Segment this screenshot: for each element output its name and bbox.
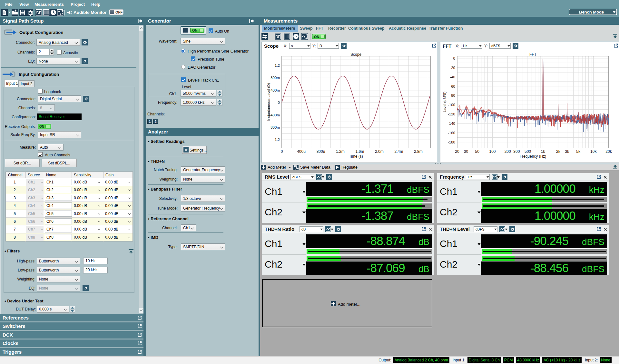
svg-text:Instantaneous Level (D): Instantaneous Level (D) xyxy=(267,83,270,121)
svg-text:200: 200 xyxy=(505,149,511,154)
svg-text:-140: -140 xyxy=(448,122,455,125)
svg-text:300: 300 xyxy=(513,149,520,154)
svg-text:Time (s): Time (s) xyxy=(349,154,363,159)
svg-text:-800m: -800m xyxy=(269,125,280,129)
svg-text:20: 20 xyxy=(455,149,459,154)
svg-text:-20: -20 xyxy=(450,66,455,70)
svg-text:400m: 400m xyxy=(270,88,280,92)
svg-text:20k: 20k xyxy=(605,149,612,154)
svg-text:1.6m: 1.6m xyxy=(356,149,364,154)
svg-text:30: 30 xyxy=(464,149,468,154)
svg-text:2k: 2k xyxy=(556,149,561,154)
svg-text:-80: -80 xyxy=(450,93,455,97)
svg-text:-1.2: -1.2 xyxy=(273,138,280,142)
svg-text:-180: -180 xyxy=(448,140,455,144)
svg-text:1k: 1k xyxy=(541,149,545,154)
svg-text:1.2: 1.2 xyxy=(275,64,280,67)
svg-text:400u: 400u xyxy=(297,149,306,154)
svg-text:0: 0 xyxy=(281,149,283,154)
svg-text:-160: -160 xyxy=(448,131,455,135)
svg-text:5k: 5k xyxy=(576,149,581,154)
svg-text:Frequency (Hz): Frequency (Hz) xyxy=(520,154,546,159)
svg-text:500: 500 xyxy=(525,149,531,154)
svg-text:-120: -120 xyxy=(448,112,455,116)
svg-text:800m: 800m xyxy=(270,76,280,80)
svg-text:-400m: -400m xyxy=(269,113,280,117)
svg-text:-100: -100 xyxy=(448,103,455,107)
svg-text:Level (dBFS): Level (dBFS) xyxy=(443,92,447,112)
svg-text:1.2m: 1.2m xyxy=(336,149,345,154)
svg-text:2.8m: 2.8m xyxy=(414,149,423,154)
svg-text:-40: -40 xyxy=(450,75,455,79)
svg-text:0: 0 xyxy=(278,101,280,104)
svg-text:800u: 800u xyxy=(317,149,325,154)
svg-text:3k: 3k xyxy=(565,149,570,154)
svg-text:-60: -60 xyxy=(450,84,455,88)
svg-text:2.4m: 2.4m xyxy=(395,149,403,154)
svg-text:0: 0 xyxy=(453,56,455,60)
svg-text:2.0m: 2.0m xyxy=(375,149,384,154)
svg-text:50: 50 xyxy=(475,149,480,154)
svg-text:10k: 10k xyxy=(590,149,597,154)
svg-text:100: 100 xyxy=(489,149,496,154)
